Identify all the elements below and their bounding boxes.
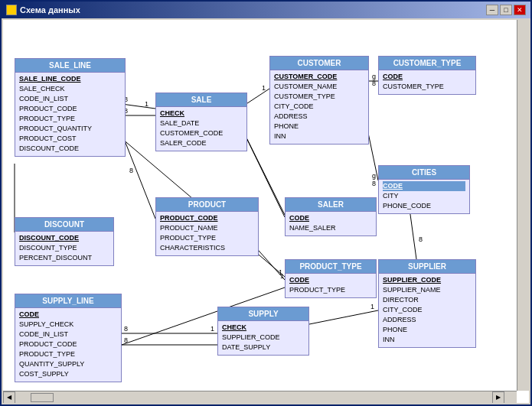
table-customer-type-body: CODE CUSTOMER_TYPE: [379, 70, 475, 94]
table-cities-header: CITIES: [379, 166, 469, 180]
title-bar-left: Схема данных: [6, 5, 80, 15]
table-customer: CUSTOMER CUSTOMER_CODE CUSTOMER_NAME CUS…: [269, 56, 369, 145]
field: CODE: [383, 181, 465, 191]
field: DISCOUNT_CODE: [19, 144, 121, 154]
table-sale-body: CHECK SALE_DATE CUSTOMER_CODE SALER_CODE: [156, 107, 246, 151]
svg-text:1: 1: [262, 84, 266, 92]
scroll-left-button[interactable]: ◀: [3, 391, 15, 404]
table-customer-header: CUSTOMER: [270, 57, 368, 70]
field: QUANTITY_SUPPLY: [19, 359, 117, 369]
field: PRODUCT_CODE: [160, 213, 254, 223]
table-product-type-header: PRODUCT_TYPE: [286, 260, 376, 274]
horizontal-scrollbar[interactable]: ◀ ▶: [3, 391, 517, 403]
svg-line-19: [122, 133, 155, 219]
field: CITY: [383, 191, 465, 201]
field: CODE: [289, 213, 372, 223]
svg-text:8: 8: [372, 180, 376, 187]
table-customer-type: CUSTOMER_TYPE CODE CUSTOMER_TYPE: [378, 56, 476, 95]
table-sale-line-header: SALE_LINE: [15, 59, 125, 73]
svg-text:1: 1: [370, 303, 374, 310]
svg-text:g: g: [372, 172, 376, 180]
table-saler: SALER CODE NAME_SALER: [285, 197, 377, 236]
field: CHECK: [222, 323, 305, 333]
svg-line-0: [122, 104, 155, 109]
field: SALE_CHECK: [19, 84, 121, 94]
title-controls: ─ □ ✕: [486, 5, 526, 15]
field: PRODUCT_CODE: [19, 104, 121, 114]
table-supply-line: SUPPLY_LINE CODE SUPPLY_CHECK CODE_IN_LI…: [15, 294, 122, 382]
table-discount-body: DISCOUNT_CODE DISCOUNT_TYPE PERCENT_DISC…: [15, 232, 113, 265]
table-customer-type-header: CUSTOMER_TYPE: [379, 57, 475, 70]
field: PRODUCT_TYPE: [19, 114, 121, 124]
table-supply: SUPPLY CHECK SUPPLIER_CODE DATE_SUPPLY: [217, 307, 309, 356]
vertical-scrollbar[interactable]: [517, 20, 529, 391]
field: PRODUCT_COST: [19, 134, 121, 144]
field: CODE: [19, 310, 117, 320]
field: CHECK: [160, 109, 243, 119]
field: COST_SUPPLY: [19, 369, 117, 379]
table-supply-body: CHECK SUPPLIER_CODE DATE_SUPPLY: [218, 321, 308, 355]
field: CUSTOMER_NAME: [274, 82, 364, 92]
table-supply-line-header: SUPPLY_LINE: [15, 294, 121, 308]
table-product-type-body: CODE PRODUCT_TYPE: [286, 274, 376, 297]
field: SUPPLIER_CODE: [222, 333, 305, 343]
table-saler-body: CODE NAME_SALER: [286, 212, 376, 235]
field: DISCOUNT_TYPE: [19, 243, 109, 253]
field: ADDRESS: [383, 315, 472, 325]
svg-text:g: g: [372, 73, 376, 80]
svg-text:8: 8: [124, 325, 128, 333]
table-product-body: PRODUCT_CODE PRODUCT_NAME PRODUCT_TYPE C…: [156, 212, 258, 255]
field: PHONE: [383, 325, 472, 335]
field: CITY_CODE: [383, 305, 472, 315]
field: DATE_SUPPLY: [222, 343, 305, 352]
svg-text:1: 1: [211, 325, 214, 333]
table-product-header: PRODUCT: [156, 198, 258, 212]
field: ADDRESS: [274, 112, 364, 122]
field: INN: [383, 335, 472, 345]
field: CITY_CODE: [274, 102, 364, 112]
field: DISCOUNT_CODE: [19, 233, 109, 243]
field: CUSTOMER_CODE: [160, 128, 243, 138]
field: CUSTOMER_CODE: [274, 72, 364, 82]
minimize-button[interactable]: ─: [486, 5, 498, 15]
field: SALE_DATE: [160, 119, 243, 128]
field: CODE: [289, 275, 372, 285]
field: SALE_LINE_CODE: [19, 74, 121, 84]
field: PRODUCT_TYPE: [19, 349, 117, 359]
maximize-button[interactable]: □: [500, 5, 512, 15]
svg-text:1: 1: [280, 272, 284, 280]
field: CHARACTERISTICS: [160, 243, 254, 253]
diagram-area: 8 1 8 8 1 1 8 g 8 8 g 8 1: [3, 20, 529, 403]
field: CUSTOMER_TYPE: [383, 82, 472, 92]
field: CUSTOMER_TYPE: [274, 92, 364, 102]
main-window: Схема данных ─ □ ✕ 8 1 8 8 1 1 8: [0, 0, 532, 406]
field: INN: [274, 132, 364, 141]
field: PRODUCT_NAME: [160, 223, 254, 233]
field: SUPPLIER_CODE: [383, 275, 472, 285]
window-icon: [6, 5, 17, 15]
field: PHONE: [274, 122, 364, 132]
table-supplier: SUPPLIER SUPPLIER_CODE SUPPLIER_NAME DIR…: [378, 259, 476, 348]
title-bar: Схема данных ─ □ ✕: [2, 2, 530, 18]
table-discount: DISCOUNT DISCOUNT_CODE DISCOUNT_TYPE PER…: [15, 217, 114, 266]
field: PHONE_CODE: [383, 201, 465, 211]
field: SUPPLIER_NAME: [383, 285, 472, 295]
field: CODE_IN_LIST: [19, 94, 121, 104]
table-sale-line-body: SALE_LINE_CODE SALE_CHECK CODE_IN_LIST P…: [15, 73, 125, 156]
table-supplier-header: SUPPLIER: [379, 260, 475, 274]
field: PRODUCT_TYPE: [160, 233, 254, 243]
svg-line-36: [302, 310, 378, 326]
table-product-type: PRODUCT_TYPE CODE PRODUCT_TYPE: [285, 259, 377, 298]
table-sale-header: SALE: [156, 93, 246, 107]
field: NAME_SALER: [289, 223, 372, 233]
field: DIRECTOR: [383, 295, 472, 305]
field: CODE: [383, 72, 472, 82]
svg-text:1: 1: [279, 268, 282, 276]
table-sale-line: SALE_LINE SALE_LINE_CODE SALE_CHECK CODE…: [15, 58, 126, 157]
field: PERCENT_DISCOUNT: [19, 253, 109, 263]
scroll-right-button[interactable]: ▶: [492, 391, 504, 404]
svg-text:8: 8: [372, 80, 376, 87]
table-customer-body: CUSTOMER_CODE CUSTOMER_NAME CUSTOMER_TYP…: [270, 70, 368, 144]
scroll-thumb[interactable]: [31, 393, 54, 402]
close-button[interactable]: ✕: [514, 5, 526, 15]
